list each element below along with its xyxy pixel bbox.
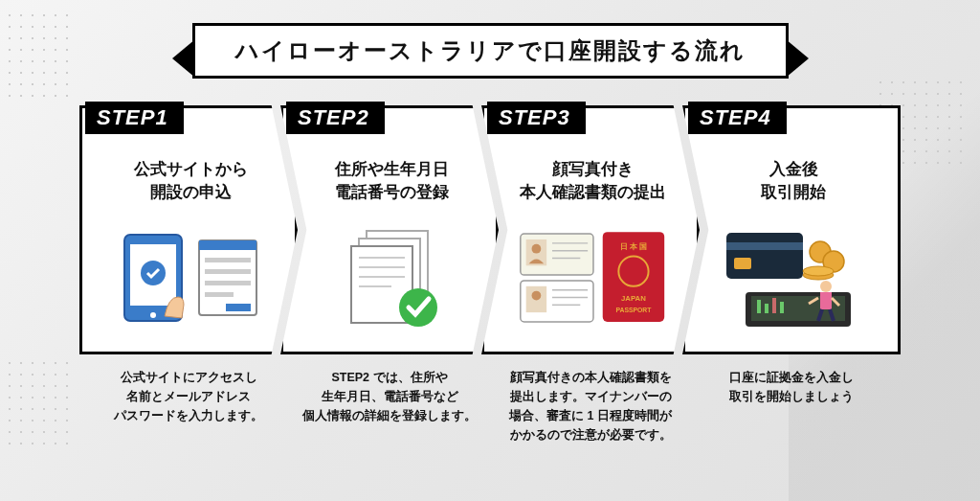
main-title: ハイローオーストラリアで口座開設する流れ (235, 35, 746, 66)
svg-rect-10 (226, 304, 251, 311)
step-label: STEP3 (487, 102, 586, 134)
step-heading: 顔写真付き 本人確認書類の提出 (520, 158, 666, 204)
step-desc: STEP2 では、住所や 生年月日、電話番号など 個人情報の詳細を登録します。 (280, 368, 499, 425)
title-banner: ハイローオーストラリアで口座開設する流れ (0, 0, 980, 79)
svg-rect-38 (734, 258, 751, 269)
step-2: STEP2 住所や生年月日 電話番号の登録 STEP2 では、住所や 生年月日、… (280, 105, 499, 444)
svg-point-2 (150, 312, 156, 318)
step-4: STEP4 入金後 取引開始 (682, 105, 901, 444)
step-desc: 公式サイトにアクセスし 名前とメールアドレス パスワードを入力します。 (79, 368, 298, 425)
svg-text:JAPAN: JAPAN (621, 294, 646, 303)
tablet-form-icon (111, 216, 270, 340)
svg-text:日 本 国: 日 本 国 (620, 242, 647, 251)
svg-rect-6 (205, 258, 251, 262)
svg-text:PASSPORT: PASSPORT (615, 307, 652, 313)
step-desc: 顔写真付きの本人確認書類を 提出します。マイナンバーの 場合、審査に 1 日程度… (481, 368, 700, 444)
svg-rect-5 (199, 240, 256, 250)
svg-point-27 (532, 290, 542, 300)
id-passport-icon: 日 本 国 JAPAN PASSPORT (513, 216, 672, 340)
svg-rect-46 (765, 304, 768, 313)
step-3: STEP3 顔写真付き 本人確認書類の提出 (481, 105, 700, 444)
svg-point-42 (803, 266, 834, 276)
step-label: STEP1 (85, 102, 184, 134)
svg-point-49 (820, 281, 832, 292)
svg-rect-50 (820, 292, 832, 309)
svg-rect-45 (757, 300, 761, 313)
svg-rect-9 (205, 292, 234, 297)
step-desc: 口座に証拠金を入金し 取引を開始しましょう (682, 368, 901, 406)
svg-rect-7 (205, 269, 251, 274)
documents-check-icon (312, 216, 471, 340)
svg-rect-8 (205, 281, 251, 285)
step-heading: 住所や生年月日 電話番号の登録 (335, 158, 449, 204)
steps-container: STEP1 公式サイトから 開設の申込 (0, 105, 980, 444)
svg-point-21 (532, 244, 542, 254)
step-1: STEP1 公式サイトから 開設の申込 (79, 105, 298, 444)
step-heading: 入金後 取引開始 (761, 158, 826, 204)
svg-rect-36 (726, 233, 803, 279)
svg-rect-48 (780, 302, 784, 313)
step-label: STEP4 (688, 102, 787, 134)
step-heading: 公式サイトから 開設の申込 (134, 158, 248, 204)
step-label: STEP2 (286, 102, 385, 134)
svg-rect-37 (726, 242, 803, 250)
svg-rect-47 (772, 298, 776, 313)
card-trading-icon (714, 216, 873, 340)
